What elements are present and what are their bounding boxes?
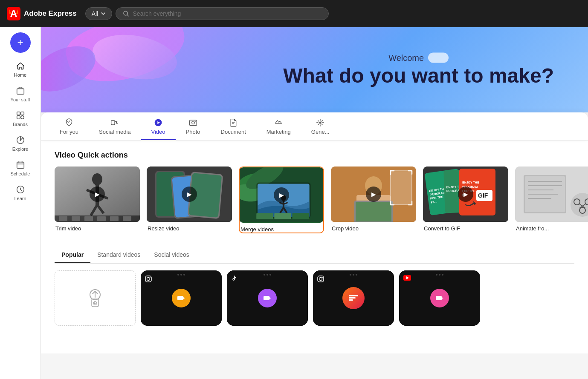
- svg-rect-112: [318, 276, 324, 282]
- phone-dots-tiktok: [264, 274, 271, 276]
- gif-play-button[interactable]: ▶: [458, 187, 473, 202]
- hero-welcome-pill: [428, 53, 449, 63]
- svg-point-114: [322, 277, 323, 278]
- svg-rect-34: [59, 216, 67, 221]
- for-you-icon: [65, 118, 73, 127]
- phone-dots-instagram: [177, 274, 185, 276]
- animate-illustration: [515, 167, 588, 222]
- sidebar-learn-label: Learn: [14, 196, 26, 201]
- phone-instagram: [141, 270, 222, 326]
- category-tabs-wrap: For you Social media Video Photo Documen…: [41, 112, 588, 141]
- sidebar-item-brands[interactable]: Brands: [3, 107, 38, 130]
- upload-icon: [85, 288, 105, 308]
- qa-thumb-merge: ▶: [240, 167, 323, 223]
- trim-play-button[interactable]: ▶: [90, 187, 105, 202]
- svg-rect-5: [20, 112, 23, 115]
- svg-point-27: [92, 173, 102, 185]
- svg-marker-111: [269, 297, 271, 299]
- tmpl-card-instagram2[interactable]: [313, 270, 394, 326]
- tmpl-tab-social[interactable]: Social videos: [147, 247, 196, 263]
- tab-generate-label: Gene...: [311, 129, 330, 135]
- qa-thumb-animate: [515, 167, 588, 222]
- hero-text: Welcome What do you want to make?: [283, 53, 554, 87]
- search-box[interactable]: [116, 7, 329, 20]
- sidebar-item-home[interactable]: Home: [3, 58, 38, 81]
- tmpl-card-tiktok[interactable]: [227, 270, 308, 326]
- svg-rect-115: [349, 295, 358, 296]
- svg-rect-39: [123, 216, 131, 221]
- sidebar-item-explore[interactable]: Explore: [3, 132, 38, 155]
- phone-dot-3: [183, 274, 185, 276]
- qa-card-animate[interactable]: Animate fro...: [515, 167, 588, 233]
- ig-gradient-icon: [342, 287, 365, 309]
- tab-social-media[interactable]: Social media: [89, 112, 141, 140]
- svg-rect-59: [256, 213, 273, 219]
- tmpl-tab-popular[interactable]: Popular: [55, 247, 90, 263]
- filter-label: All: [92, 10, 98, 17]
- qa-merge-label: Merge videos: [240, 226, 323, 233]
- your-stuff-icon: [16, 86, 25, 95]
- sidebar-item-learn[interactable]: Learn: [3, 181, 38, 204]
- templates-grid: [55, 270, 574, 326]
- tmpl-card-upload[interactable]: [55, 270, 136, 326]
- adobe-express-logo: [7, 7, 20, 20]
- tab-marketing[interactable]: Marketing: [256, 112, 301, 140]
- tab-generate[interactable]: Gene...: [301, 112, 340, 140]
- phone-dot-2: [180, 274, 182, 276]
- qa-thumb-gif: ENJOY THE PROGRAM FOR THE PA... ENJOY TH…: [423, 167, 508, 222]
- tab-for-you[interactable]: For you: [49, 112, 89, 140]
- phone-dot-10: [436, 274, 437, 276]
- filter-dropdown[interactable]: All: [85, 7, 113, 20]
- search-input[interactable]: [133, 10, 322, 17]
- create-button[interactable]: +: [10, 32, 31, 53]
- phone-dot-1: [177, 274, 179, 276]
- hero-headline: What do you want to make?: [283, 65, 554, 87]
- qa-card-gif[interactable]: ENJOY THE PROGRAM FOR THE PA... ENJOY TH…: [423, 167, 508, 233]
- quick-actions-grid: ▶ Trim video: [55, 167, 574, 233]
- svg-point-113: [319, 278, 322, 281]
- content-area: Video Quick actions: [41, 141, 588, 353]
- merge-play-button[interactable]: ▶: [274, 187, 289, 203]
- ig-bars-icon: [349, 295, 358, 301]
- tmpl-tab-standard[interactable]: Standard videos: [90, 247, 147, 263]
- tiktok-camera-icon: [263, 294, 272, 302]
- search-area: All: [85, 7, 581, 20]
- crop-play-button[interactable]: ▶: [366, 187, 381, 202]
- tmpl-card-youtube[interactable]: [399, 270, 480, 326]
- tmpl-card-instagram[interactable]: [141, 270, 222, 326]
- logo-area: Adobe Express: [7, 7, 77, 20]
- svg-point-7: [20, 116, 23, 119]
- qa-card-resize[interactable]: ▶ Resize video: [147, 167, 232, 233]
- explore-icon: [16, 135, 25, 145]
- tab-for-you-label: For you: [60, 129, 78, 135]
- phone-instagram2: [313, 270, 394, 326]
- video-icon: [154, 118, 162, 127]
- qa-crop-label: Crop video: [331, 225, 416, 232]
- tab-document[interactable]: Document: [211, 112, 256, 140]
- brands-icon: [16, 111, 25, 120]
- generate-icon: [316, 118, 324, 127]
- svg-rect-16: [111, 121, 115, 125]
- phone-dot-11: [439, 274, 440, 276]
- svg-rect-6: [17, 116, 20, 119]
- svg-rect-35: [72, 216, 80, 221]
- qa-gif-label: Convert to GIF: [423, 225, 508, 232]
- sidebar-item-schedule[interactable]: Schedule: [3, 157, 38, 180]
- tab-photo[interactable]: Photo: [176, 112, 211, 140]
- svg-rect-36: [84, 216, 93, 221]
- phone-youtube: [399, 270, 480, 326]
- qa-card-crop[interactable]: ▶ Crop video: [331, 167, 416, 233]
- qa-card-trim[interactable]: ▶ Trim video: [55, 167, 140, 233]
- category-tabs: For you Social media Video Photo Documen…: [41, 112, 588, 141]
- sidebar-item-your-stuff[interactable]: Your stuff: [3, 83, 38, 106]
- ig-play-icon: [172, 289, 191, 307]
- search-icon: [123, 10, 129, 17]
- svg-text:GIF: GIF: [478, 192, 488, 199]
- svg-rect-37: [97, 216, 106, 221]
- qa-animate-label: Animate fro...: [515, 225, 588, 232]
- sidebar-your-stuff-label: Your stuff: [11, 97, 30, 102]
- resize-play-button[interactable]: ▶: [182, 187, 197, 202]
- qa-card-merge[interactable]: ▶ Merge videos: [239, 167, 324, 233]
- tab-video[interactable]: Video: [141, 112, 176, 140]
- quick-actions-section: Video Quick actions: [55, 151, 574, 233]
